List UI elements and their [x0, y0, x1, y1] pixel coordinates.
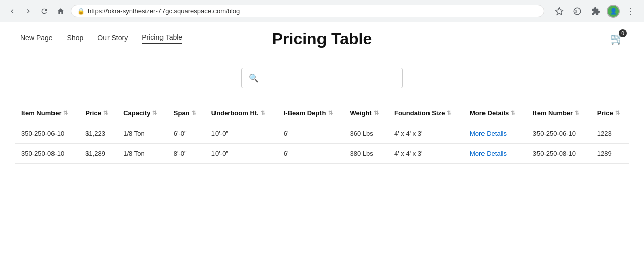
- cell-item-number-2: 350-250-06-10: [527, 123, 591, 143]
- col-price[interactable]: Price ⇅: [79, 104, 117, 123]
- col-more-details[interactable]: More Details ⇅: [464, 104, 527, 123]
- col-span[interactable]: Span ⇅: [168, 104, 205, 123]
- cell-price: $1,289: [79, 143, 117, 163]
- cell-price-2: 1289: [591, 143, 629, 163]
- star-button[interactable]: [552, 4, 566, 18]
- sort-icon-span: ⇅: [192, 110, 196, 116]
- col-capacity[interactable]: Capacity ⇅: [117, 104, 168, 123]
- table-row: 350-250-08-10 $1,289 1/8 Ton 8'-0" 10'-0…: [15, 143, 629, 163]
- col-item-number[interactable]: Item Number ⇅: [15, 104, 79, 123]
- cell-underboom: 10'-0": [205, 143, 278, 163]
- sort-icon-foundation: ⇅: [447, 110, 451, 116]
- reload-button[interactable]: [38, 5, 50, 17]
- cell-price-2: 1223: [591, 123, 629, 143]
- sort-icon-item-number-2: ⇅: [575, 110, 579, 116]
- svg-text:S: S: [575, 9, 578, 14]
- search-section: 🔍: [0, 55, 644, 104]
- nav-item-new-page[interactable]: New Page: [20, 34, 53, 44]
- col-price-2[interactable]: Price ⇅: [591, 104, 629, 123]
- cell-weight: 360 Lbs: [344, 123, 388, 143]
- table-section: Item Number ⇅ Price ⇅ Capacity ⇅: [0, 104, 644, 184]
- nav-item-shop[interactable]: Shop: [67, 34, 84, 44]
- search-input[interactable]: [263, 74, 395, 82]
- sort-icon-price: ⇅: [103, 110, 108, 116]
- cell-capacity: 1/8 Ton: [117, 143, 168, 163]
- sort-icon-weight: ⇅: [374, 110, 379, 116]
- nav-item-pricing-table[interactable]: Pricing Table: [142, 33, 182, 44]
- lock-icon: 🔒: [77, 8, 85, 15]
- extensions-button[interactable]: [588, 4, 603, 18]
- site-header: New Page Shop Our Story Pricing Table Pr…: [0, 22, 644, 55]
- cart-button[interactable]: 🛒 0: [610, 32, 624, 45]
- cell-item-number: 350-250-08-10: [15, 143, 79, 163]
- cart-count: 0: [619, 29, 627, 37]
- cell-more-details: More Details: [464, 143, 527, 163]
- address-bar[interactable]: 🔒 https://okra-synthesizer-77gc.squaresp…: [71, 5, 544, 17]
- sort-icon-capacity: ⇅: [152, 110, 157, 116]
- more-details-link[interactable]: More Details: [470, 130, 507, 137]
- sort-icon-item-number: ⇅: [63, 110, 68, 116]
- col-ibeam-depth[interactable]: I-Beam Depth ⇅: [278, 104, 344, 123]
- site-nav: New Page Shop Our Story Pricing Table: [20, 33, 182, 44]
- svg-marker-0: [556, 7, 563, 14]
- profile-avatar[interactable]: 👤: [607, 5, 620, 18]
- cell-capacity: 1/8 Ton: [117, 123, 168, 143]
- nav-item-our-story[interactable]: Our Story: [97, 34, 128, 44]
- cell-ibeam: 6': [278, 123, 344, 143]
- cell-span: 8'-0": [168, 143, 205, 163]
- table-header-row: Item Number ⇅ Price ⇅ Capacity ⇅: [15, 104, 629, 123]
- cell-ibeam: 6': [278, 143, 344, 163]
- col-item-number-2[interactable]: Item Number ⇅: [527, 104, 591, 123]
- sort-icon-details: ⇅: [511, 110, 515, 116]
- sort-icon-ibeam: ⇅: [328, 110, 333, 116]
- search-bar[interactable]: 🔍: [241, 68, 403, 88]
- more-details-link[interactable]: More Details: [470, 150, 507, 157]
- back-button[interactable]: [6, 5, 18, 17]
- cell-item-number: 350-250-06-10: [15, 123, 79, 143]
- cell-underboom: 10'-0": [205, 123, 278, 143]
- sort-icon-underboom: ⇅: [261, 110, 265, 116]
- url-text: https://okra-synthesizer-77gc.squarespac…: [88, 7, 538, 15]
- page-title: Pricing Table: [272, 30, 372, 48]
- sort-icon-price-2: ⇅: [615, 110, 620, 116]
- cell-weight: 380 Lbs: [344, 143, 388, 163]
- home-button[interactable]: [55, 5, 67, 17]
- browser-chrome: 🔒 https://okra-synthesizer-77gc.squaresp…: [0, 0, 644, 22]
- cell-foundation: 4' x 4' x 3': [388, 123, 464, 143]
- search-icon: 🔍: [249, 73, 259, 83]
- table-row: 350-250-06-10 $1,223 1/8 Ton 6'-0" 10'-0…: [15, 123, 629, 143]
- cell-more-details: More Details: [464, 123, 527, 143]
- pricing-table: Item Number ⇅ Price ⇅ Capacity ⇅: [15, 104, 629, 164]
- col-underboom-ht[interactable]: Underboom Ht. ⇅: [205, 104, 278, 123]
- cell-item-number-2: 350-250-08-10: [527, 143, 591, 163]
- menu-button[interactable]: ⋮: [624, 4, 638, 18]
- squarespace-icon-button[interactable]: S: [570, 4, 584, 18]
- cell-foundation: 4' x 4' x 3': [388, 143, 464, 163]
- col-foundation-size[interactable]: Foundation Size ⇅: [388, 104, 464, 123]
- col-weight[interactable]: Weight ⇅: [344, 104, 388, 123]
- cell-span: 6'-0": [168, 123, 205, 143]
- browser-actions: S 👤 ⋮: [552, 4, 638, 18]
- forward-button[interactable]: [22, 5, 34, 17]
- cell-price: $1,223: [79, 123, 117, 143]
